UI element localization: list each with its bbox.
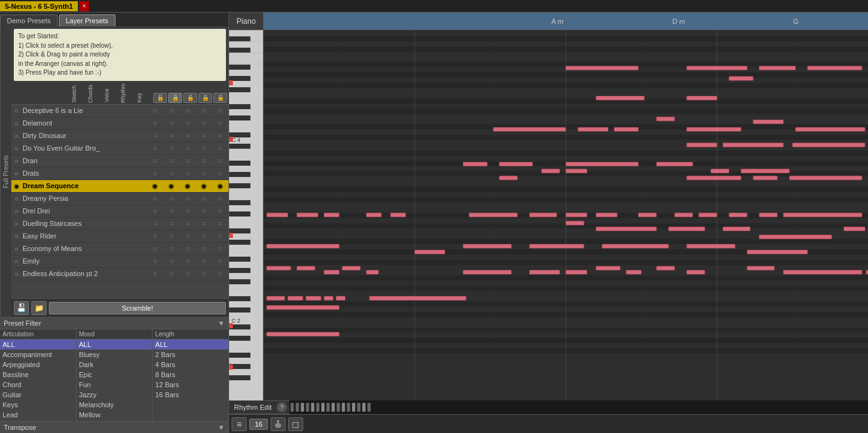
preset-filter-section: Preset Filter ▼ Articulation ALL Accompa… [0,317,228,421]
svg-rect-38 [229,233,233,238]
filter-header[interactable]: Preset Filter ▼ [0,318,228,329]
filter-articulation-col: Articulation ALL Accompaniment Arpeggiat… [0,329,77,421]
col-sketch: Sketch [72,85,87,103]
folder-icon[interactable]: 📁 [31,301,46,315]
filter-item[interactable]: Mellow [77,410,153,420]
svg-rect-13 [229,132,250,137]
filter-item[interactable]: Arpeggiated [0,360,76,370]
svg-rect-82 [493,127,566,131]
svg-rect-120 [596,227,656,230]
svg-rect-132 [267,266,291,270]
list-item[interactable]: ○ Do You Even Guitar Bro_ ○○○○○ [11,142,228,155]
list-item[interactable]: ○ Dirty Dinosaur ○○○○○ [11,130,228,142]
lock-sketch[interactable]: 🔓 [153,93,167,103]
lock-chords[interactable]: 🔒 [168,93,182,103]
list-item[interactable]: ○ Economy of Means ○○○○○ [11,243,228,255]
rhythm-help-button[interactable]: ? [277,402,287,412]
filter-item[interactable]: 4 Bars [153,360,228,370]
svg-rect-115 [699,213,717,216]
filter-item[interactable]: Guitar [0,390,76,400]
filter-item[interactable]: 12 Bars [153,380,228,390]
svg-rect-112 [596,213,618,216]
list-item[interactable]: ○ Dran ○○○○○ [11,155,228,168]
svg-rect-36 [229,80,233,85]
filter-length-label: Length [153,329,228,339]
preset-list[interactable]: ○ Deceptive 6 is a Lie ○○○○○ ○ Delamont … [11,105,228,298]
svg-rect-28 [229,336,250,341]
note-length-display[interactable]: 16 [249,419,268,430]
svg-rect-137 [463,270,512,274]
filter-item[interactable]: Accompaniment [0,350,76,360]
note-grid[interactable] [264,30,868,400]
svg-rect-109 [469,213,517,216]
svg-rect-148 [288,296,303,300]
transpose-header[interactable]: Transpose ▼ [0,422,228,433]
paint-icon[interactable] [271,417,286,431]
save-icon[interactable]: 💾 [14,301,29,315]
filter-item[interactable]: Jazzy [77,390,153,400]
filter-item[interactable]: ALL [153,339,228,350]
erase-icon[interactable]: ◻ [288,417,303,431]
lock-key[interactable]: 🔓 [213,93,227,103]
filter-item[interactable]: Fun [77,380,153,390]
list-item[interactable]: ○ Endless Anticipation pt 2 ○○○○○ [11,268,228,281]
piano-keys: C 4 G♭3 C 3 C 2 C 1 [229,30,264,400]
list-item[interactable]: ○ Drei Drei ○○○○○ [11,205,228,218]
list-item[interactable]: ○ Deceptive 6 is a Lie ○○○○○ [11,105,228,117]
filter-item[interactable]: Bluesy [77,350,153,360]
filter-item[interactable]: Melancholy [77,400,153,410]
filter-item[interactable]: 8 Bars [153,370,228,380]
svg-rect-102 [753,176,778,179]
svg-rect-88 [795,127,865,131]
filter-collapse-icon[interactable]: ▼ [218,319,225,327]
filter-item[interactable]: 16 Bars [153,390,228,400]
svg-rect-6 [229,36,250,41]
svg-rect-111 [566,213,587,216]
transpose-collapse-icon[interactable]: ▼ [218,424,225,431]
svg-rect-114 [675,213,693,216]
svg-rect-119 [566,221,584,225]
filter-mood-list[interactable]: ALL Bluesy Dark Epic Fun Jazzy Melanchol… [77,339,153,421]
list-item[interactable]: ○ Emily ○○○○○ [11,255,228,268]
svg-rect-141 [626,270,641,274]
svg-rect-18 [229,200,250,205]
filter-item[interactable]: ALL [77,339,153,350]
list-item[interactable]: ○ Easy Rider ○○○○○ [11,230,228,243]
nexus-close[interactable]: × [79,1,89,11]
piano-roll-bottom-bar: ≡ 16 ◻ [229,414,868,433]
svg-rect-84 [614,127,639,131]
filter-length-list[interactable]: ALL 2 Bars 4 Bars 8 Bars 12 Bars 16 Bars [153,339,228,421]
list-item-selected[interactable]: ◉ Dream Sequence ◉◉◉◉◉ [11,180,228,193]
nexus-title[interactable]: 5-Nexus - 6 5-Synth1 [0,1,78,11]
list-item[interactable]: ○ Drats ○○○○○ [11,168,228,180]
tab-layer[interactable]: Layer Presets [59,14,115,26]
svg-rect-123 [759,235,832,238]
list-item[interactable]: ○ Delamont ○○○○○ [11,117,228,130]
lock-voice[interactable]: 🔓 [183,93,197,103]
lock-rhythm[interactable]: 🔓 [198,93,212,103]
svg-text:C 4: C 4 [232,137,240,143]
filter-item[interactable]: Bassline [0,370,76,380]
filter-item[interactable]: 2 Bars [153,350,228,360]
svg-rect-161 [321,403,324,412]
svg-rect-101 [687,176,741,179]
svg-rect-89 [687,143,717,147]
tab-demo[interactable]: Demo Presets [0,14,58,26]
filter-item[interactable]: Lead [0,410,76,420]
rhythm-ticks-area[interactable] [289,400,868,414]
list-item[interactable]: ○ Dreamy Persia ○○○○○ [11,193,228,205]
filter-item[interactable]: Dark [77,360,153,370]
scramble-button[interactable]: Scramble! [49,302,226,314]
filter-articulation-list[interactable]: ALL Accompaniment Arpeggiated Bassline C… [0,339,76,421]
svg-rect-134 [324,270,339,274]
filter-item[interactable]: Chord [0,380,76,390]
filter-item[interactable]: Epic [77,370,153,380]
filter-item[interactable]: Keys [0,400,76,410]
svg-rect-79 [596,96,645,100]
svg-rect-153 [267,306,340,309]
list-icon[interactable]: ≡ [232,417,247,431]
list-item[interactable]: ○ Duelling Staircases ○○○○○ [11,218,228,230]
svg-rect-139 [566,270,587,274]
filter-item[interactable]: ALL [0,339,76,350]
svg-rect-129 [602,244,668,248]
